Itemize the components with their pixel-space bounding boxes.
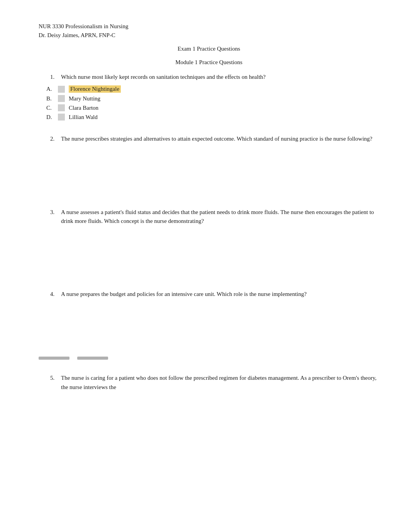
q3-number: 3.	[50, 208, 58, 226]
course-title: NUR 3330 Professionalism in Nursing	[39, 23, 129, 29]
bar-1	[39, 357, 69, 360]
q1-number: 1.	[50, 73, 58, 82]
question-1: 1. Which nurse most likely kept records …	[39, 73, 379, 121]
option-c-text: Clara Barton	[69, 105, 98, 111]
q1-text: Which nurse most likely kept records on …	[61, 73, 266, 82]
option-a-letter: A.	[46, 86, 58, 92]
list-item: C. Clara Barton	[46, 104, 379, 111]
option-d-letter: D.	[46, 114, 58, 121]
option-d-text: Lillian Wald	[69, 114, 98, 121]
option-a-text: Florence Nightingale	[69, 85, 121, 93]
option-c-indicator	[58, 104, 65, 111]
list-item: D. Lillian Wald	[46, 114, 379, 121]
q3-text: A nurse assesses a patient's fluid statu…	[61, 208, 379, 226]
module-title: Module 1 Practice Questions	[39, 59, 379, 66]
option-a-indicator	[58, 86, 65, 93]
q4-answer-space	[39, 303, 379, 349]
q2-text: The nurse prescribes strategies and alte…	[61, 134, 373, 143]
q2-answer-space	[39, 148, 379, 194]
course-line: NUR 3330 Professionalism in Nursing	[39, 23, 379, 30]
question-4: 4. A nurse prepares the budget and polic…	[39, 290, 379, 360]
q5-text: The nurse is caring for a patient who do…	[61, 374, 379, 392]
list-item: A. Florence Nightingale	[46, 85, 379, 93]
question-3: 3. A nurse assesses a patient's fluid st…	[39, 208, 379, 276]
instructor-line: Dr. Deisy Jaimes, APRN, FNP-C	[39, 32, 379, 39]
option-c-letter: C.	[46, 105, 58, 111]
bar-2	[77, 357, 108, 360]
question-2: 2. The nurse prescribes strategies and a…	[39, 134, 379, 194]
instructor-name: Dr. Deisy Jaimes, APRN, FNP-C	[39, 32, 115, 38]
option-d-indicator	[58, 114, 65, 121]
q1-options: A. Florence Nightingale B. Mary Nutting …	[46, 85, 379, 121]
question-5: 5. The nurse is caring for a patient who…	[39, 374, 379, 392]
q4-text: A nurse prepares the budget and policies…	[61, 290, 307, 299]
option-b-letter: B.	[46, 95, 58, 102]
q4-number: 4.	[50, 290, 58, 299]
exam-title: Exam 1 Practice Questions	[39, 46, 379, 52]
q3-answer-space	[39, 229, 379, 276]
option-b-indicator	[58, 95, 65, 102]
q5-number: 5.	[50, 374, 58, 392]
option-b-text: Mary Nutting	[69, 95, 100, 102]
q2-number: 2.	[50, 134, 58, 143]
bottom-bars	[39, 357, 379, 360]
list-item: B. Mary Nutting	[46, 95, 379, 102]
